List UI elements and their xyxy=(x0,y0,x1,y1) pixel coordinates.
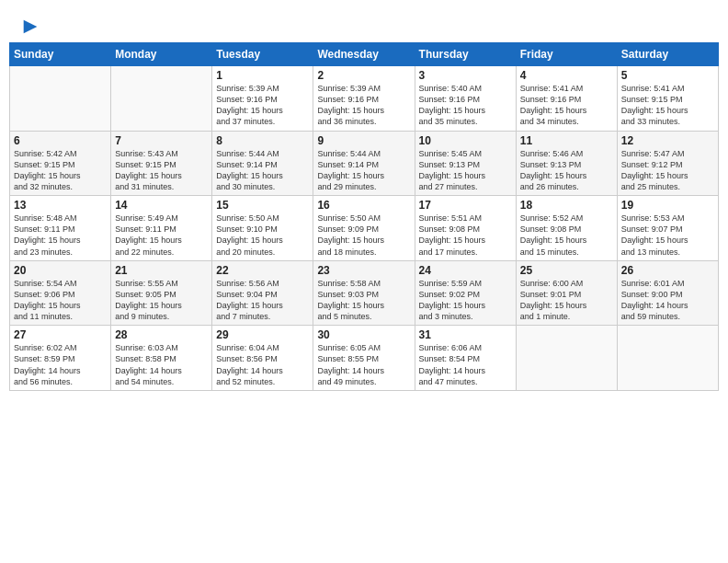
day-info: Sunrise: 6:00 AM Sunset: 9:01 PM Dayligh… xyxy=(520,278,613,323)
day-number: 5 xyxy=(621,69,714,82)
calendar-week-row: 13Sunrise: 5:48 AM Sunset: 9:11 PM Dayli… xyxy=(10,196,719,261)
weekday-header-row: SundayMondayTuesdayWednesdayThursdayFrid… xyxy=(10,43,719,66)
calendar-cell: 2Sunrise: 5:39 AM Sunset: 9:16 PM Daylig… xyxy=(313,66,415,132)
day-info: Sunrise: 5:44 AM Sunset: 9:14 PM Dayligh… xyxy=(216,148,309,193)
calendar-cell: 11Sunrise: 5:46 AM Sunset: 9:13 PM Dayli… xyxy=(516,131,617,196)
calendar-cell: 10Sunrise: 5:45 AM Sunset: 9:13 PM Dayli… xyxy=(415,131,516,196)
day-info: Sunrise: 5:54 AM Sunset: 9:06 PM Dayligh… xyxy=(14,278,107,323)
day-number: 1 xyxy=(216,69,309,82)
day-info: Sunrise: 5:43 AM Sunset: 9:15 PM Dayligh… xyxy=(115,148,208,193)
calendar-cell: 14Sunrise: 5:49 AM Sunset: 9:11 PM Dayli… xyxy=(111,196,212,261)
day-number: 19 xyxy=(621,199,714,212)
day-info: Sunrise: 5:59 AM Sunset: 9:02 PM Dayligh… xyxy=(419,278,512,323)
calendar-cell: 6Sunrise: 5:42 AM Sunset: 9:15 PM Daylig… xyxy=(10,131,111,196)
calendar-cell: 1Sunrise: 5:39 AM Sunset: 9:16 PM Daylig… xyxy=(212,66,313,132)
day-number: 3 xyxy=(419,69,512,82)
day-number: 29 xyxy=(216,328,309,341)
day-info: Sunrise: 5:39 AM Sunset: 9:16 PM Dayligh… xyxy=(317,83,410,128)
day-number: 30 xyxy=(317,328,410,341)
day-info: Sunrise: 6:03 AM Sunset: 8:58 PM Dayligh… xyxy=(115,342,208,387)
day-info: Sunrise: 6:05 AM Sunset: 8:55 PM Dayligh… xyxy=(317,342,410,387)
weekday-header: Monday xyxy=(111,43,212,66)
calendar-cell xyxy=(617,326,718,391)
weekday-header: Sunday xyxy=(10,43,111,66)
calendar-cell: 7Sunrise: 5:43 AM Sunset: 9:15 PM Daylig… xyxy=(111,131,212,196)
day-info: Sunrise: 5:39 AM Sunset: 9:16 PM Dayligh… xyxy=(216,83,309,128)
day-info: Sunrise: 5:50 AM Sunset: 9:10 PM Dayligh… xyxy=(216,213,309,258)
day-info: Sunrise: 5:51 AM Sunset: 9:08 PM Dayligh… xyxy=(419,213,512,258)
calendar-week-row: 6Sunrise: 5:42 AM Sunset: 9:15 PM Daylig… xyxy=(10,131,719,196)
day-number: 26 xyxy=(621,264,714,277)
day-number: 28 xyxy=(115,328,208,341)
day-number: 4 xyxy=(520,69,613,82)
day-number: 21 xyxy=(115,264,208,277)
day-number: 25 xyxy=(520,264,613,277)
day-info: Sunrise: 5:40 AM Sunset: 9:16 PM Dayligh… xyxy=(419,83,512,128)
day-number: 13 xyxy=(14,199,107,212)
calendar-cell: 18Sunrise: 5:52 AM Sunset: 9:08 PM Dayli… xyxy=(516,196,617,261)
day-number: 12 xyxy=(621,134,714,147)
calendar-cell: 30Sunrise: 6:05 AM Sunset: 8:55 PM Dayli… xyxy=(313,326,415,391)
day-info: Sunrise: 5:58 AM Sunset: 9:03 PM Dayligh… xyxy=(317,278,410,323)
logo-icon xyxy=(20,17,40,37)
calendar-cell: 12Sunrise: 5:47 AM Sunset: 9:12 PM Dayli… xyxy=(617,131,718,196)
day-number: 23 xyxy=(317,264,410,277)
calendar-cell: 4Sunrise: 5:41 AM Sunset: 9:16 PM Daylig… xyxy=(516,66,617,132)
calendar-week-row: 20Sunrise: 5:54 AM Sunset: 9:06 PM Dayli… xyxy=(10,260,719,326)
day-number: 14 xyxy=(115,199,208,212)
calendar-cell: 13Sunrise: 5:48 AM Sunset: 9:11 PM Dayli… xyxy=(10,196,111,261)
day-info: Sunrise: 5:56 AM Sunset: 9:04 PM Dayligh… xyxy=(216,278,309,323)
day-number: 6 xyxy=(14,134,107,147)
day-number: 8 xyxy=(216,134,309,147)
day-info: Sunrise: 6:02 AM Sunset: 8:59 PM Dayligh… xyxy=(14,342,107,387)
calendar-cell: 31Sunrise: 6:06 AM Sunset: 8:54 PM Dayli… xyxy=(415,326,516,391)
day-info: Sunrise: 5:41 AM Sunset: 9:16 PM Dayligh… xyxy=(520,83,613,128)
calendar-cell: 15Sunrise: 5:50 AM Sunset: 9:10 PM Dayli… xyxy=(212,196,313,261)
calendar-cell xyxy=(516,326,617,391)
day-info: Sunrise: 5:44 AM Sunset: 9:14 PM Dayligh… xyxy=(317,148,410,193)
calendar-cell: 5Sunrise: 5:41 AM Sunset: 9:15 PM Daylig… xyxy=(617,66,718,132)
calendar-cell: 24Sunrise: 5:59 AM Sunset: 9:02 PM Dayli… xyxy=(415,260,516,326)
calendar-cell: 21Sunrise: 5:55 AM Sunset: 9:05 PM Dayli… xyxy=(111,260,212,326)
day-number: 2 xyxy=(317,69,410,82)
calendar-cell: 27Sunrise: 6:02 AM Sunset: 8:59 PM Dayli… xyxy=(10,326,111,391)
page-header xyxy=(9,9,719,37)
calendar-cell: 19Sunrise: 5:53 AM Sunset: 9:07 PM Dayli… xyxy=(617,196,718,261)
day-info: Sunrise: 6:06 AM Sunset: 8:54 PM Dayligh… xyxy=(419,342,512,387)
calendar-cell xyxy=(111,66,212,132)
day-number: 11 xyxy=(520,134,613,147)
calendar-cell: 26Sunrise: 6:01 AM Sunset: 9:00 PM Dayli… xyxy=(617,260,718,326)
calendar-week-row: 27Sunrise: 6:02 AM Sunset: 8:59 PM Dayli… xyxy=(10,326,719,391)
day-number: 24 xyxy=(419,264,512,277)
weekday-header: Friday xyxy=(516,43,617,66)
day-number: 22 xyxy=(216,264,309,277)
day-info: Sunrise: 5:49 AM Sunset: 9:11 PM Dayligh… xyxy=(115,213,208,258)
day-info: Sunrise: 5:48 AM Sunset: 9:11 PM Dayligh… xyxy=(14,213,107,258)
calendar-cell: 29Sunrise: 6:04 AM Sunset: 8:56 PM Dayli… xyxy=(212,326,313,391)
calendar-cell: 20Sunrise: 5:54 AM Sunset: 9:06 PM Dayli… xyxy=(10,260,111,326)
calendar-week-row: 1Sunrise: 5:39 AM Sunset: 9:16 PM Daylig… xyxy=(10,66,719,132)
logo xyxy=(18,17,40,33)
day-info: Sunrise: 5:53 AM Sunset: 9:07 PM Dayligh… xyxy=(621,213,714,258)
day-info: Sunrise: 5:41 AM Sunset: 9:15 PM Dayligh… xyxy=(621,83,714,128)
day-number: 18 xyxy=(520,199,613,212)
weekday-header: Wednesday xyxy=(313,43,415,66)
day-number: 20 xyxy=(14,264,107,277)
day-number: 31 xyxy=(419,328,512,341)
weekday-header: Tuesday xyxy=(212,43,313,66)
calendar-cell: 23Sunrise: 5:58 AM Sunset: 9:03 PM Dayli… xyxy=(313,260,415,326)
calendar-cell: 17Sunrise: 5:51 AM Sunset: 9:08 PM Dayli… xyxy=(415,196,516,261)
calendar-cell: 9Sunrise: 5:44 AM Sunset: 9:14 PM Daylig… xyxy=(313,131,415,196)
calendar-cell: 8Sunrise: 5:44 AM Sunset: 9:14 PM Daylig… xyxy=(212,131,313,196)
weekday-header: Saturday xyxy=(617,43,718,66)
day-number: 9 xyxy=(317,134,410,147)
day-number: 7 xyxy=(115,134,208,147)
svg-marker-0 xyxy=(24,20,38,34)
calendar-cell: 22Sunrise: 5:56 AM Sunset: 9:04 PM Dayli… xyxy=(212,260,313,326)
day-info: Sunrise: 6:01 AM Sunset: 9:00 PM Dayligh… xyxy=(621,278,714,323)
day-number: 16 xyxy=(317,199,410,212)
day-number: 15 xyxy=(216,199,309,212)
calendar-cell xyxy=(10,66,111,132)
weekday-header: Thursday xyxy=(415,43,516,66)
calendar-cell: 16Sunrise: 5:50 AM Sunset: 9:09 PM Dayli… xyxy=(313,196,415,261)
